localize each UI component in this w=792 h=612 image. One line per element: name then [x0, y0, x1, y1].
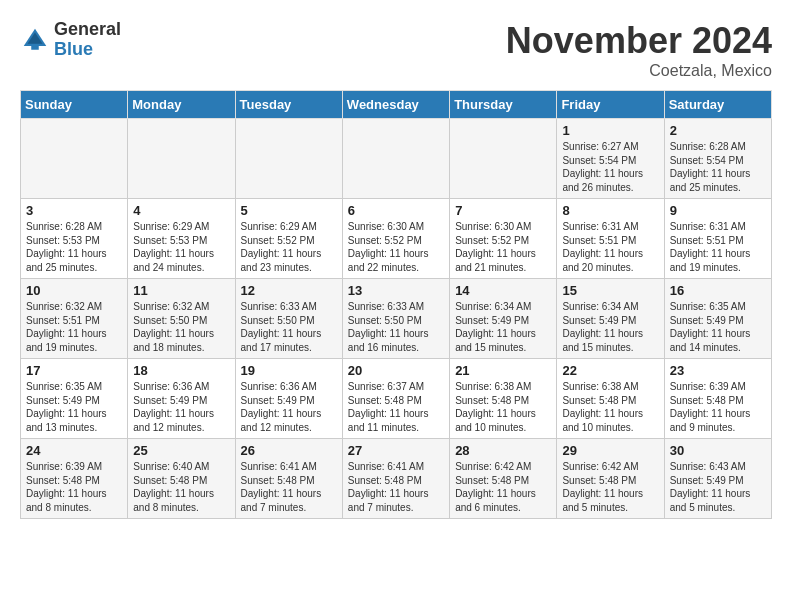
- day-info: Sunrise: 6:43 AM Sunset: 5:49 PM Dayligh…: [670, 460, 766, 514]
- day-number: 25: [133, 443, 229, 458]
- day-info: Sunrise: 6:28 AM Sunset: 5:54 PM Dayligh…: [670, 140, 766, 194]
- day-number: 1: [562, 123, 658, 138]
- day-info: Sunrise: 6:40 AM Sunset: 5:48 PM Dayligh…: [133, 460, 229, 514]
- day-info: Sunrise: 6:34 AM Sunset: 5:49 PM Dayligh…: [455, 300, 551, 354]
- calendar-cell: 19Sunrise: 6:36 AM Sunset: 5:49 PM Dayli…: [235, 359, 342, 439]
- calendar-cell: 30Sunrise: 6:43 AM Sunset: 5:49 PM Dayli…: [664, 439, 771, 519]
- day-info: Sunrise: 6:42 AM Sunset: 5:48 PM Dayligh…: [562, 460, 658, 514]
- day-number: 21: [455, 363, 551, 378]
- day-number: 11: [133, 283, 229, 298]
- calendar-cell: 4Sunrise: 6:29 AM Sunset: 5:53 PM Daylig…: [128, 199, 235, 279]
- calendar-cell: [128, 119, 235, 199]
- day-info: Sunrise: 6:27 AM Sunset: 5:54 PM Dayligh…: [562, 140, 658, 194]
- day-number: 4: [133, 203, 229, 218]
- calendar-cell: [342, 119, 449, 199]
- day-number: 2: [670, 123, 766, 138]
- day-info: Sunrise: 6:33 AM Sunset: 5:50 PM Dayligh…: [241, 300, 337, 354]
- header-cell-friday: Friday: [557, 91, 664, 119]
- week-row-1: 3Sunrise: 6:28 AM Sunset: 5:53 PM Daylig…: [21, 199, 772, 279]
- location: Coetzala, Mexico: [506, 62, 772, 80]
- day-info: Sunrise: 6:30 AM Sunset: 5:52 PM Dayligh…: [348, 220, 444, 274]
- day-info: Sunrise: 6:38 AM Sunset: 5:48 PM Dayligh…: [455, 380, 551, 434]
- calendar-cell: [21, 119, 128, 199]
- calendar-cell: [235, 119, 342, 199]
- calendar-cell: 17Sunrise: 6:35 AM Sunset: 5:49 PM Dayli…: [21, 359, 128, 439]
- week-row-4: 24Sunrise: 6:39 AM Sunset: 5:48 PM Dayli…: [21, 439, 772, 519]
- day-number: 15: [562, 283, 658, 298]
- day-info: Sunrise: 6:33 AM Sunset: 5:50 PM Dayligh…: [348, 300, 444, 354]
- day-number: 30: [670, 443, 766, 458]
- svg-rect-2: [31, 46, 39, 50]
- calendar-cell: 11Sunrise: 6:32 AM Sunset: 5:50 PM Dayli…: [128, 279, 235, 359]
- day-number: 13: [348, 283, 444, 298]
- calendar-cell: 6Sunrise: 6:30 AM Sunset: 5:52 PM Daylig…: [342, 199, 449, 279]
- day-number: 19: [241, 363, 337, 378]
- calendar-cell: 15Sunrise: 6:34 AM Sunset: 5:49 PM Dayli…: [557, 279, 664, 359]
- calendar-cell: 9Sunrise: 6:31 AM Sunset: 5:51 PM Daylig…: [664, 199, 771, 279]
- logo: General Blue: [20, 20, 121, 60]
- day-number: 17: [26, 363, 122, 378]
- calendar-cell: 20Sunrise: 6:37 AM Sunset: 5:48 PM Dayli…: [342, 359, 449, 439]
- logo-text: General Blue: [54, 20, 121, 60]
- day-number: 18: [133, 363, 229, 378]
- day-number: 3: [26, 203, 122, 218]
- day-number: 16: [670, 283, 766, 298]
- day-info: Sunrise: 6:32 AM Sunset: 5:51 PM Dayligh…: [26, 300, 122, 354]
- day-info: Sunrise: 6:41 AM Sunset: 5:48 PM Dayligh…: [348, 460, 444, 514]
- calendar-cell: 24Sunrise: 6:39 AM Sunset: 5:48 PM Dayli…: [21, 439, 128, 519]
- day-info: Sunrise: 6:28 AM Sunset: 5:53 PM Dayligh…: [26, 220, 122, 274]
- calendar-cell: 21Sunrise: 6:38 AM Sunset: 5:48 PM Dayli…: [450, 359, 557, 439]
- calendar-cell: 1Sunrise: 6:27 AM Sunset: 5:54 PM Daylig…: [557, 119, 664, 199]
- header-cell-saturday: Saturday: [664, 91, 771, 119]
- day-number: 9: [670, 203, 766, 218]
- day-info: Sunrise: 6:35 AM Sunset: 5:49 PM Dayligh…: [26, 380, 122, 434]
- day-info: Sunrise: 6:38 AM Sunset: 5:48 PM Dayligh…: [562, 380, 658, 434]
- main-container: General Blue November 2024 Coetzala, Mex…: [0, 0, 792, 529]
- calendar-cell: 28Sunrise: 6:42 AM Sunset: 5:48 PM Dayli…: [450, 439, 557, 519]
- calendar-cell: 3Sunrise: 6:28 AM Sunset: 5:53 PM Daylig…: [21, 199, 128, 279]
- header-cell-monday: Monday: [128, 91, 235, 119]
- calendar-cell: 29Sunrise: 6:42 AM Sunset: 5:48 PM Dayli…: [557, 439, 664, 519]
- day-info: Sunrise: 6:39 AM Sunset: 5:48 PM Dayligh…: [26, 460, 122, 514]
- calendar-cell: 22Sunrise: 6:38 AM Sunset: 5:48 PM Dayli…: [557, 359, 664, 439]
- header: General Blue November 2024 Coetzala, Mex…: [20, 20, 772, 80]
- calendar-cell: [450, 119, 557, 199]
- logo-icon: [20, 25, 50, 55]
- day-number: 20: [348, 363, 444, 378]
- day-info: Sunrise: 6:37 AM Sunset: 5:48 PM Dayligh…: [348, 380, 444, 434]
- header-row: SundayMondayTuesdayWednesdayThursdayFrid…: [21, 91, 772, 119]
- calendar-cell: 18Sunrise: 6:36 AM Sunset: 5:49 PM Dayli…: [128, 359, 235, 439]
- header-cell-tuesday: Tuesday: [235, 91, 342, 119]
- day-number: 23: [670, 363, 766, 378]
- header-cell-wednesday: Wednesday: [342, 91, 449, 119]
- calendar-table: SundayMondayTuesdayWednesdayThursdayFrid…: [20, 90, 772, 519]
- calendar-cell: 27Sunrise: 6:41 AM Sunset: 5:48 PM Dayli…: [342, 439, 449, 519]
- day-number: 14: [455, 283, 551, 298]
- day-info: Sunrise: 6:32 AM Sunset: 5:50 PM Dayligh…: [133, 300, 229, 354]
- calendar-cell: 23Sunrise: 6:39 AM Sunset: 5:48 PM Dayli…: [664, 359, 771, 439]
- day-info: Sunrise: 6:36 AM Sunset: 5:49 PM Dayligh…: [133, 380, 229, 434]
- calendar-cell: 26Sunrise: 6:41 AM Sunset: 5:48 PM Dayli…: [235, 439, 342, 519]
- calendar-cell: 12Sunrise: 6:33 AM Sunset: 5:50 PM Dayli…: [235, 279, 342, 359]
- day-info: Sunrise: 6:29 AM Sunset: 5:53 PM Dayligh…: [133, 220, 229, 274]
- calendar-cell: 10Sunrise: 6:32 AM Sunset: 5:51 PM Dayli…: [21, 279, 128, 359]
- day-info: Sunrise: 6:34 AM Sunset: 5:49 PM Dayligh…: [562, 300, 658, 354]
- day-info: Sunrise: 6:36 AM Sunset: 5:49 PM Dayligh…: [241, 380, 337, 434]
- calendar-cell: 14Sunrise: 6:34 AM Sunset: 5:49 PM Dayli…: [450, 279, 557, 359]
- calendar-cell: 16Sunrise: 6:35 AM Sunset: 5:49 PM Dayli…: [664, 279, 771, 359]
- header-cell-sunday: Sunday: [21, 91, 128, 119]
- day-number: 5: [241, 203, 337, 218]
- logo-blue-text: Blue: [54, 40, 121, 60]
- calendar-cell: 8Sunrise: 6:31 AM Sunset: 5:51 PM Daylig…: [557, 199, 664, 279]
- title-block: November 2024 Coetzala, Mexico: [506, 20, 772, 80]
- day-info: Sunrise: 6:42 AM Sunset: 5:48 PM Dayligh…: [455, 460, 551, 514]
- logo-general-text: General: [54, 20, 121, 40]
- week-row-2: 10Sunrise: 6:32 AM Sunset: 5:51 PM Dayli…: [21, 279, 772, 359]
- calendar-cell: 25Sunrise: 6:40 AM Sunset: 5:48 PM Dayli…: [128, 439, 235, 519]
- day-number: 8: [562, 203, 658, 218]
- day-info: Sunrise: 6:29 AM Sunset: 5:52 PM Dayligh…: [241, 220, 337, 274]
- day-number: 28: [455, 443, 551, 458]
- week-row-3: 17Sunrise: 6:35 AM Sunset: 5:49 PM Dayli…: [21, 359, 772, 439]
- calendar-cell: 5Sunrise: 6:29 AM Sunset: 5:52 PM Daylig…: [235, 199, 342, 279]
- week-row-0: 1Sunrise: 6:27 AM Sunset: 5:54 PM Daylig…: [21, 119, 772, 199]
